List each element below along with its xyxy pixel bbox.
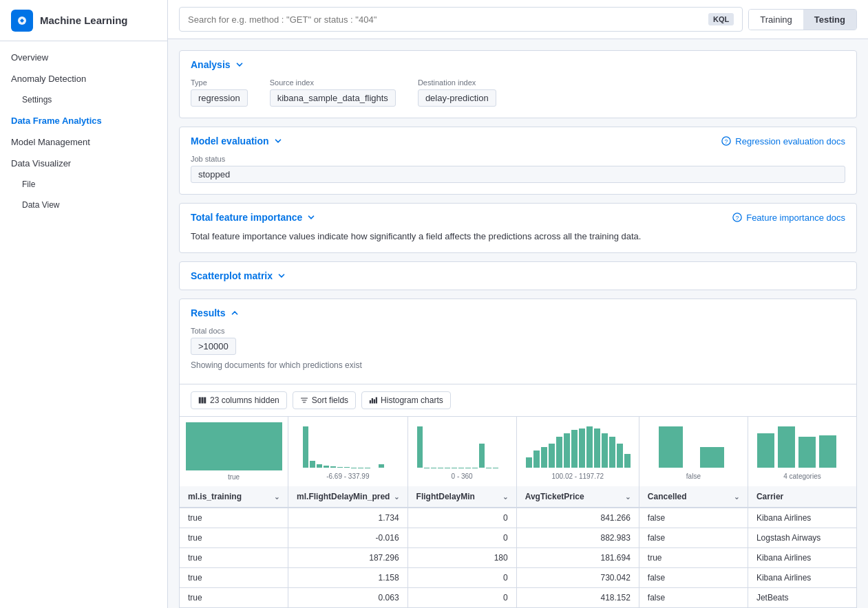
sidebar-item-data-visualizer[interactable]: Data Visualizer — [0, 153, 167, 174]
sidebar-header: Machine Learning — [0, 0, 167, 41]
sidebar-item-file[interactable]: File — [0, 174, 167, 195]
histogram-flight-delay — [414, 423, 510, 471]
content-area: Analysis Type regression Source index ki… — [168, 39, 868, 608]
sidebar-item-data-frame-analytics[interactable]: Data Frame Analytics — [0, 110, 167, 131]
svg-rect-18 — [344, 467, 350, 468]
column-headers: ml.is_training ⌄ ml.FlightDelayMin_pred … — [180, 486, 856, 508]
sort-icon: ⌄ — [274, 493, 279, 501]
sidebar-item-settings[interactable]: Settings — [0, 89, 167, 110]
tab-training[interactable]: Training — [749, 10, 803, 30]
svg-rect-37 — [541, 447, 547, 468]
table-row: true 0.063 0 418.152 false JetBeats — [180, 588, 856, 608]
svg-rect-19 — [351, 468, 357, 468]
svg-text:?: ? — [725, 138, 728, 145]
results-panel: Results Total docs >10000 Showing docume… — [179, 298, 857, 608]
histogram-charts-button[interactable]: Histogram charts — [361, 391, 451, 409]
svg-text:?: ? — [736, 215, 739, 221]
svg-rect-36 — [533, 450, 540, 468]
table-toolbar: 23 columns hidden Sort fields Histogram … — [180, 384, 856, 417]
table-row: true 1.734 0 841.266 false Kibana Airlin… — [180, 508, 856, 528]
sort-icon: ⌄ — [502, 493, 508, 501]
svg-rect-51 — [757, 433, 774, 468]
col-header-carrier[interactable]: Carrier — [748, 486, 856, 508]
svg-rect-9 — [372, 398, 373, 404]
docs-icon: ? — [721, 136, 731, 146]
search-box[interactable]: KQL — [179, 7, 743, 32]
svg-rect-8 — [370, 400, 371, 404]
regression-eval-docs-link[interactable]: ? Regression evaluation docs — [721, 136, 845, 146]
svg-rect-45 — [602, 433, 608, 468]
sidebar-item-model-management[interactable]: Model Management — [0, 131, 167, 153]
sidebar-item-anomaly-detection[interactable]: Anomaly Detection — [0, 68, 167, 89]
svg-rect-38 — [549, 444, 555, 468]
sort-icon: ⌄ — [734, 493, 739, 501]
svg-rect-33 — [486, 468, 491, 468]
feature-importance-docs-link[interactable]: ? Feature importance docs — [732, 213, 845, 223]
kql-badge[interactable]: KQL — [708, 13, 734, 25]
col-header-ml-flight-delay[interactable]: ml.FlightDelayMin_pred ⌄ — [288, 486, 408, 508]
model-eval-toggle[interactable]: Model evaluation — [191, 135, 283, 146]
svg-rect-23 — [417, 426, 423, 468]
results-table: true — [180, 417, 856, 608]
sidebar-item-overview[interactable]: Overview — [0, 47, 167, 68]
svg-rect-35 — [526, 457, 532, 468]
table-row: true -0.016 0 882.983 false Logstash Air… — [180, 528, 856, 548]
analysis-panel-body: Type regression Source index kibana_samp… — [180, 78, 856, 118]
scatterplot-panel: Scatterplot matrix — [179, 261, 857, 290]
results-table-container: true — [180, 417, 856, 608]
results-body: Total docs >10000 Showing documents for … — [180, 327, 856, 384]
svg-rect-24 — [424, 468, 430, 468]
histogram-icon — [369, 396, 377, 404]
svg-rect-47 — [617, 444, 623, 468]
results-table-body: true 1.734 0 841.266 false Kibana Airlin… — [180, 508, 856, 608]
histogram-row: true — [180, 417, 856, 486]
svg-rect-31 — [472, 468, 478, 468]
svg-rect-11 — [376, 398, 377, 404]
histogram-cancelled — [645, 423, 741, 471]
chevron-down-icon — [235, 60, 244, 69]
feature-importance-panel: Total feature importance ? Feature impor… — [179, 203, 857, 253]
col-header-cancelled[interactable]: Cancelled ⌄ — [639, 486, 748, 508]
docs-icon: ? — [732, 213, 742, 222]
svg-rect-53 — [798, 437, 816, 468]
svg-rect-13 — [310, 461, 315, 468]
sidebar-nav: Overview Anomaly Detection Settings Data… — [0, 41, 167, 608]
svg-rect-52 — [778, 426, 795, 468]
col-header-flight-delay[interactable]: FlightDelayMin ⌄ — [407, 486, 516, 508]
scatterplot-header: Scatterplot matrix — [180, 262, 856, 290]
col-header-avg-ticket[interactable]: AvgTicketPrice ⌄ — [516, 486, 639, 508]
tab-testing[interactable]: Testing — [803, 10, 856, 30]
svg-rect-28 — [452, 468, 457, 468]
type-field: Type regression — [191, 78, 248, 107]
search-input[interactable] — [188, 14, 703, 25]
svg-rect-44 — [594, 428, 600, 468]
svg-rect-12 — [303, 426, 308, 468]
sort-fields-button[interactable]: Sort fields — [293, 391, 356, 409]
svg-rect-7 — [204, 398, 206, 404]
svg-rect-29 — [458, 468, 464, 468]
scatterplot-toggle[interactable]: Scatterplot matrix — [191, 270, 286, 281]
svg-rect-48 — [624, 454, 631, 468]
svg-rect-25 — [431, 468, 436, 468]
source-index-field: Source index kibana_sample_data_flights — [270, 78, 396, 107]
histogram-avg-ticket — [522, 423, 633, 471]
table-row: true 1.158 0 730.042 false Kibana Airlin… — [180, 568, 856, 588]
svg-rect-14 — [317, 464, 322, 468]
columns-hidden-button[interactable]: 23 columns hidden — [191, 391, 287, 409]
app-title: Machine Learning — [40, 14, 128, 26]
sidebar-item-data-view[interactable]: Data View — [0, 195, 167, 215]
analysis-panel-header: Analysis — [180, 51, 856, 78]
destination-index-field: Destination index delay-prediction — [418, 78, 496, 107]
model-evaluation-panel: Model evaluation ? Regression evaluation… — [179, 127, 857, 195]
total-docs-section: Total docs >10000 — [191, 327, 845, 355]
svg-rect-15 — [324, 466, 329, 468]
table-row: true 187.296 180 181.694 true Kibana Air… — [180, 548, 856, 568]
svg-rect-32 — [479, 444, 485, 468]
feature-importance-toggle[interactable]: Total feature importance — [191, 212, 316, 223]
chevron-up-icon — [230, 308, 240, 318]
results-toggle[interactable]: Results — [191, 307, 240, 318]
col-header-ml-is-training[interactable]: ml.is_training ⌄ — [180, 486, 288, 508]
analysis-toggle[interactable]: Analysis — [191, 59, 244, 70]
sort-icon: ⌄ — [625, 493, 631, 501]
svg-rect-43 — [586, 426, 593, 468]
